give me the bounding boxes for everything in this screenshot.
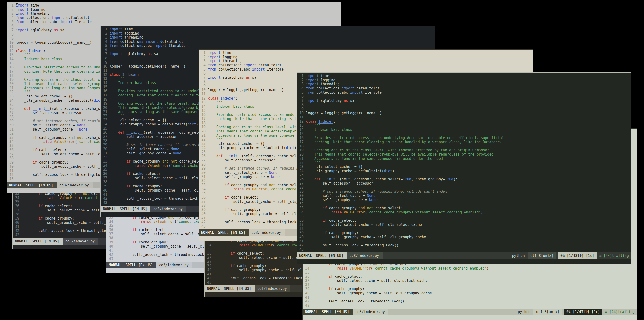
- line-number: 40: [108, 244, 113, 249]
- line-number: 9: [200, 84, 206, 88]
- code-line: 37 self._select_cache = self._cls_select…: [298, 223, 631, 227]
- line-number: 8: [8, 33, 14, 37]
- code-line: 7import sqlalchemy as sa: [298, 99, 631, 103]
- code-line: 9: [298, 107, 631, 111]
- line-number: 38: [14, 212, 19, 216]
- file-name: co3/indexer.py: [347, 252, 383, 259]
- file-name: co3/indexer.py: [249, 229, 285, 236]
- line-number: 9: [8, 37, 14, 41]
- line-number: 10: [102, 65, 107, 69]
- line-number: 33: [298, 206, 304, 210]
- mode-indicator: NORMAL SPELL [EN_US]: [106, 262, 156, 268]
- code-line: 35: [304, 270, 637, 275]
- line-number: 43: [102, 201, 107, 205]
- code-line: 28: [298, 186, 631, 190]
- code-line: 42 self._access_lock = threading.Lock(): [304, 299, 637, 304]
- code-line: 21 Accessors so long as the same Compose…: [298, 157, 631, 161]
- mode-indicator: NORMAL SPELL [EN_US]: [100, 206, 150, 212]
- code-line: 2import logging: [298, 78, 631, 83]
- line-number: 42: [108, 253, 113, 257]
- line-number: 37: [298, 223, 304, 227]
- code-line: 33 if cache_groupby and not cache_select…: [298, 206, 631, 210]
- line-number: 20: [200, 129, 206, 134]
- line-number: 37: [206, 256, 212, 260]
- line-number: 25: [200, 150, 206, 154]
- line-number: 9: [298, 107, 304, 111]
- line-number: 27: [200, 158, 206, 163]
- spell-indicator: SPELL [EN_US]: [32, 239, 59, 243]
- line-number: 30: [8, 123, 14, 128]
- line-number: 7: [8, 28, 14, 33]
- code-line: 19 Caching occurs at the class level, wi…: [298, 148, 631, 153]
- line-number: 41: [8, 169, 14, 173]
- terminal-window-7[interactable]: 1import time2import logging3import threa…: [296, 72, 632, 264]
- line-number: 35: [8, 144, 14, 148]
- line-number: 34: [304, 266, 310, 271]
- line-number: 17: [102, 93, 107, 98]
- line-number: 5: [200, 68, 206, 72]
- code-line: 2import logging: [102, 32, 435, 36]
- line-number: 12: [200, 97, 206, 101]
- line-number: 27: [102, 135, 107, 139]
- spell-indicator: SPELL [EN_US]: [322, 310, 349, 314]
- line-number: 43: [200, 224, 206, 229]
- line-number: 25: [102, 127, 107, 131]
- line-number: 29: [8, 119, 14, 123]
- command-line: [297, 259, 631, 264]
- code-line: 2import logging: [200, 55, 533, 59]
- line-number: 31: [102, 151, 107, 156]
- line-number: 43: [8, 177, 14, 181]
- line-number: 15: [298, 132, 304, 136]
- line-number: 21: [298, 157, 304, 161]
- line-number: 39: [304, 287, 310, 291]
- status-bar: NORMAL SPELL [EN_US]co3/indexer.pypython…: [303, 308, 637, 315]
- line-number: 26: [200, 154, 206, 158]
- line-number: 42: [8, 173, 14, 177]
- line-number: 5: [102, 44, 107, 48]
- line-number: 33: [8, 136, 14, 140]
- code-line: 36 if cache_select:: [298, 219, 631, 223]
- line-number: 4: [8, 16, 14, 20]
- line-number: 4: [200, 63, 206, 68]
- line-number: 20: [298, 153, 304, 157]
- code-area[interactable]: 1import time2import logging3import threa…: [297, 73, 631, 252]
- line-number: 28: [200, 163, 206, 167]
- code-line: 30 self._select_cache = None: [298, 194, 631, 198]
- line-number: 33: [102, 160, 107, 164]
- code-line: 41: [298, 239, 631, 244]
- code-line: 31 self._groupby_cache = None: [298, 198, 631, 202]
- whitespace-warning: ≡ [44]trailing: [602, 308, 637, 315]
- line-number: 31: [8, 128, 14, 132]
- line-number: 23: [200, 142, 206, 146]
- line-number: 37: [304, 279, 310, 283]
- line-number: 19: [102, 102, 107, 106]
- code-line: 37 self._select_cache = self._cls_select…: [304, 279, 637, 283]
- mode-indicator: NORMAL SPELL [EN_US]: [297, 252, 347, 259]
- line-number: 29: [102, 143, 107, 147]
- line-number: 36: [102, 172, 107, 176]
- line-number: 21: [8, 86, 14, 90]
- line-number: 42: [14, 229, 19, 233]
- line-number: 2: [102, 32, 107, 36]
- code-line: 1import time: [298, 74, 631, 78]
- line-number: 10: [298, 111, 304, 115]
- line-number: 43: [108, 257, 113, 261]
- line-number: 39: [200, 208, 206, 212]
- line-number: 11: [200, 92, 206, 97]
- line-number: 22: [298, 161, 304, 165]
- code-line: 17 caching. Note that cache clearing is …: [298, 140, 631, 144]
- code-line: 14 Indexer base class: [298, 128, 631, 132]
- vim-cursor: i: [306, 74, 308, 78]
- line-number: 40: [206, 268, 212, 272]
- vim-cursor: i: [208, 51, 210, 55]
- code-line: 40 self._groupby_cache = self._cls_group…: [304, 291, 637, 295]
- code-line: 23 _cls_select_cache = {}: [298, 165, 631, 169]
- line-number: 23: [102, 118, 107, 122]
- line-number: 13: [200, 100, 206, 105]
- code-line: 24 _cls_groupby_cache = defaultdict(dict…: [298, 169, 631, 173]
- line-number: 41: [108, 249, 113, 253]
- line-number: 13: [298, 124, 304, 128]
- line-number: 42: [298, 243, 304, 248]
- line-number: 4: [298, 86, 304, 91]
- line-number: 1: [298, 74, 304, 78]
